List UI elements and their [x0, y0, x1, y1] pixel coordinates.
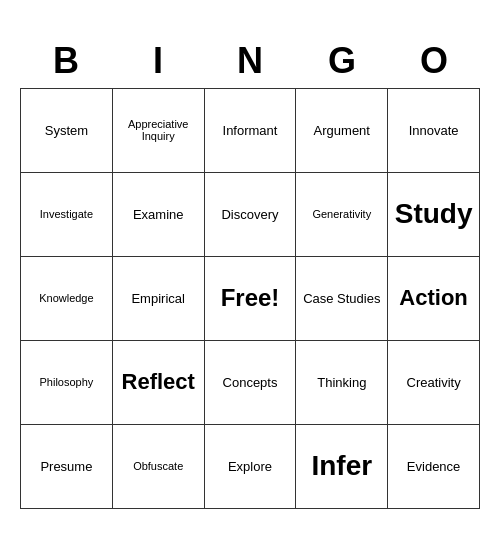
- cell-r1-c4: Study: [388, 173, 480, 257]
- cell-r4-c4: Evidence: [388, 425, 480, 509]
- cell-r1-c2: Discovery: [205, 173, 297, 257]
- cell-r4-c0: Presume: [21, 425, 113, 509]
- cell-r3-c2: Concepts: [205, 341, 297, 425]
- cell-r1-c0: Investigate: [21, 173, 113, 257]
- cell-r0-c4: Innovate: [388, 89, 480, 173]
- header-letter-o: O: [388, 36, 480, 86]
- header-letter-b: B: [20, 36, 112, 86]
- cell-r2-c1: Empirical: [113, 257, 205, 341]
- cell-r0-c1: Appreciative Inquiry: [113, 89, 205, 173]
- cell-r0-c2: Informant: [205, 89, 297, 173]
- cell-r2-c0: Knowledge: [21, 257, 113, 341]
- cell-r2-c4: Action: [388, 257, 480, 341]
- bingo-header: BINGO: [20, 36, 480, 86]
- cell-r2-c2: Free!: [205, 257, 297, 341]
- cell-r3-c0: Philosophy: [21, 341, 113, 425]
- header-letter-i: I: [112, 36, 204, 86]
- header-letter-g: G: [296, 36, 388, 86]
- header-letter-n: N: [204, 36, 296, 86]
- cell-r1-c1: Examine: [113, 173, 205, 257]
- cell-r0-c0: System: [21, 89, 113, 173]
- cell-r3-c1: Reflect: [113, 341, 205, 425]
- cell-r4-c1: Obfuscate: [113, 425, 205, 509]
- cell-r2-c3: Case Studies: [296, 257, 388, 341]
- cell-r4-c2: Explore: [205, 425, 297, 509]
- cell-r0-c3: Argument: [296, 89, 388, 173]
- cell-r1-c3: Generativity: [296, 173, 388, 257]
- bingo-grid: SystemAppreciative InquiryInformantArgum…: [20, 88, 480, 509]
- cell-r4-c3: Infer: [296, 425, 388, 509]
- cell-r3-c4: Creativity: [388, 341, 480, 425]
- bingo-card: BINGO SystemAppreciative InquiryInforman…: [20, 36, 480, 509]
- cell-r3-c3: Thinking: [296, 341, 388, 425]
